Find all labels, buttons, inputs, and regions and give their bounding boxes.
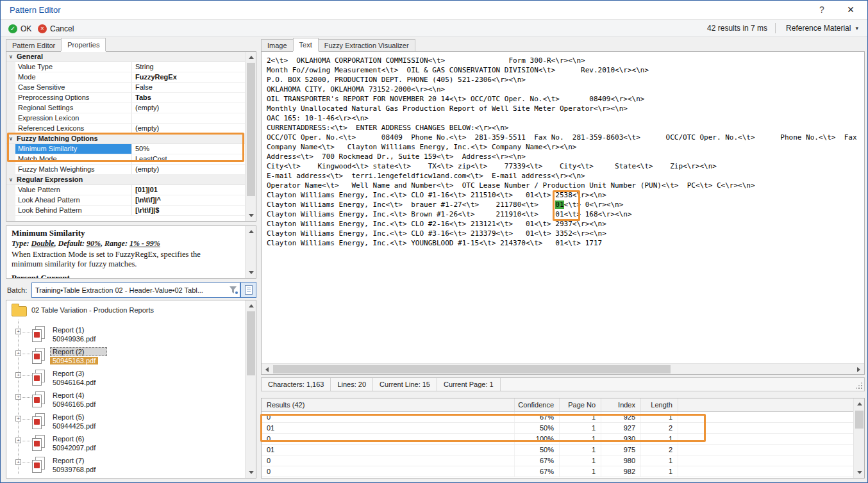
resize-grip[interactable] [856, 382, 862, 389]
text-horizontal-scrollbar[interactable] [262, 363, 864, 374]
column-header-index[interactable]: Index [601, 398, 641, 411]
arrow-down-icon [249, 471, 254, 474]
property-row[interactable]: Referenced Lexicons(empty) [6, 124, 245, 134]
close-icon[interactable]: × [843, 3, 858, 17]
tree-item[interactable]: +Report (2)50945163.pdf [6, 347, 245, 368]
tab-properties[interactable]: Properties [61, 38, 106, 51]
property-value[interactable]: (empty) [132, 124, 245, 133]
tab-text[interactable]: Text [293, 38, 319, 51]
cancel-button[interactable]: × Cancel [34, 22, 78, 35]
scroll-up-button[interactable] [246, 300, 256, 311]
results-row[interactable]: 067%19821 [262, 466, 853, 477]
property-value[interactable]: [\r\t\f]|$ [132, 206, 245, 215]
property-row[interactable]: Case SensitiveFalse [6, 83, 245, 93]
property-row[interactable]: Fuzzy Match Weightings(empty) [6, 165, 245, 175]
property-value[interactable]: (empty) [132, 165, 245, 174]
tree-item[interactable]: +Report (4)50946165.pdf [6, 390, 245, 412]
property-label: Match Mode [6, 154, 132, 164]
tree-item-name: Report (7) [50, 456, 87, 465]
scroll-down-button[interactable] [246, 210, 256, 221]
ok-button[interactable]: ✓ OK [4, 22, 35, 35]
expander-icon[interactable]: + [15, 350, 21, 356]
tree-item[interactable]: +Report (8) [6, 477, 245, 479]
property-row[interactable]: Look Ahead Pattern[\n\t\f]|^ [6, 195, 245, 206]
expander-icon[interactable]: + [15, 416, 21, 422]
property-value[interactable]: LeastCost [132, 154, 245, 164]
tree-item[interactable]: +Report (3)50946164.pdf [6, 368, 245, 390]
expander-icon[interactable]: + [15, 459, 21, 465]
tab-pattern-editor[interactable]: Pattern Editor [6, 39, 62, 51]
property-value[interactable]: FuzzyRegEx [132, 72, 245, 82]
arrow-right-icon [857, 367, 860, 372]
reference-material-button[interactable]: Reference Material ▾ [783, 22, 861, 34]
batch-combo[interactable]: Training•Table Extraction 02 - Header-Va… [31, 282, 240, 298]
property-value[interactable]: [01]|01 [132, 185, 245, 195]
property-category-row[interactable]: ∨Fuzzy Matching Options [6, 134, 245, 144]
scrollbar-thumb[interactable] [273, 365, 671, 373]
results-row[interactable]: 067%19801 [262, 455, 853, 466]
scroll-down-button[interactable] [854, 467, 865, 478]
property-row[interactable]: Regional Settings(empty) [6, 103, 245, 113]
scroll-down-button[interactable] [246, 467, 256, 478]
scroll-up-button[interactable] [246, 226, 256, 237]
results-row[interactable]: 0150%19752 [262, 445, 853, 455]
results-row[interactable]: 0150%19272 [262, 423, 853, 434]
scroll-left-button[interactable] [262, 364, 272, 375]
property-row[interactable]: Value TypeString [6, 62, 245, 72]
property-category-row[interactable]: ∨General [6, 52, 245, 62]
scrollbar-thumb[interactable] [247, 311, 255, 375]
property-row[interactable]: Minimum Similarity50% [6, 144, 245, 154]
document-view-button[interactable] [240, 282, 256, 298]
property-value[interactable]: String [132, 62, 245, 72]
property-help-meta: Type: Double, Default: 90%, Range: 1% - … [12, 239, 160, 249]
tab-fuzzy-extraction-visualizer[interactable]: Fuzzy Extraction Visualizer [318, 39, 415, 51]
tree-item[interactable]: +Report (6)50942097.pdf [6, 434, 245, 455]
property-grid-scrollbar[interactable] [245, 52, 256, 221]
property-row[interactable]: Expression Lexicon [6, 113, 245, 124]
expander-icon[interactable]: + [15, 394, 21, 400]
column-header-page-no[interactable]: Page No [560, 398, 601, 411]
expander-icon[interactable]: + [15, 438, 21, 443]
text-content[interactable]: 2<\t> OKLAHOMA CORPORATION COMMISSION<\t… [262, 52, 864, 363]
property-value[interactable] [132, 113, 245, 123]
scrollbar-thumb[interactable] [855, 411, 864, 429]
column-header-confidence[interactable]: Confidence [515, 398, 560, 411]
tab-image[interactable]: Image [261, 39, 294, 51]
property-row[interactable]: Match ModeLeastCost [6, 154, 245, 165]
document-icon [245, 285, 253, 295]
property-value[interactable]: False [132, 83, 245, 92]
property-value[interactable]: (empty) [132, 103, 245, 113]
scroll-up-button[interactable] [854, 398, 865, 409]
scroll-down-button[interactable] [246, 267, 256, 278]
property-value[interactable]: Tabs [132, 93, 245, 102]
tree-scrollbar[interactable] [245, 300, 256, 478]
toolbar-separator [775, 23, 776, 33]
results-row[interactable]: 0100%19301 [262, 434, 853, 445]
property-row[interactable]: Preprocessing OptionsTabs [6, 93, 245, 103]
expander-icon[interactable]: + [15, 372, 21, 378]
expander-icon[interactable]: + [15, 329, 21, 334]
property-row[interactable]: Value Pattern[01]|01 [6, 185, 245, 195]
column-header-length[interactable]: Length [641, 398, 678, 411]
property-row[interactable]: Look Behind Pattern[\r\t\f]|$ [6, 206, 245, 216]
help-scrollbar[interactable] [245, 226, 256, 278]
property-value[interactable]: 50% [132, 144, 245, 154]
filter-icon[interactable] [227, 286, 240, 294]
reference-material-label: Reference Material [786, 24, 851, 33]
scrollbar-thumb[interactable] [247, 63, 255, 196]
help-icon[interactable]: ? [815, 4, 829, 15]
pdf-file-icon [32, 391, 46, 409]
property-row[interactable]: ModeFuzzyRegEx [6, 72, 245, 83]
scroll-right-button[interactable] [853, 364, 864, 375]
property-category-row[interactable]: ∨Regular Expression [6, 175, 245, 185]
viewer-tab-strip: Image Text Fuzzy Extraction Visualizer [261, 38, 415, 51]
results-scrollbar[interactable] [853, 398, 864, 478]
tree-item[interactable]: +Report (5)50944425.pdf [6, 412, 245, 434]
column-header-results[interactable]: Results (42) [262, 398, 515, 411]
results-row[interactable]: 067%19251 [262, 412, 853, 423]
scroll-up-button[interactable] [246, 52, 256, 63]
tree-item[interactable]: +Report (7)50939768.pdf [6, 455, 245, 477]
property-label: Case Sensitive [6, 83, 132, 92]
tree-item[interactable]: +Report (1)50949936.pdf [6, 325, 245, 347]
property-value[interactable]: [\n\t\f]|^ [132, 195, 245, 205]
